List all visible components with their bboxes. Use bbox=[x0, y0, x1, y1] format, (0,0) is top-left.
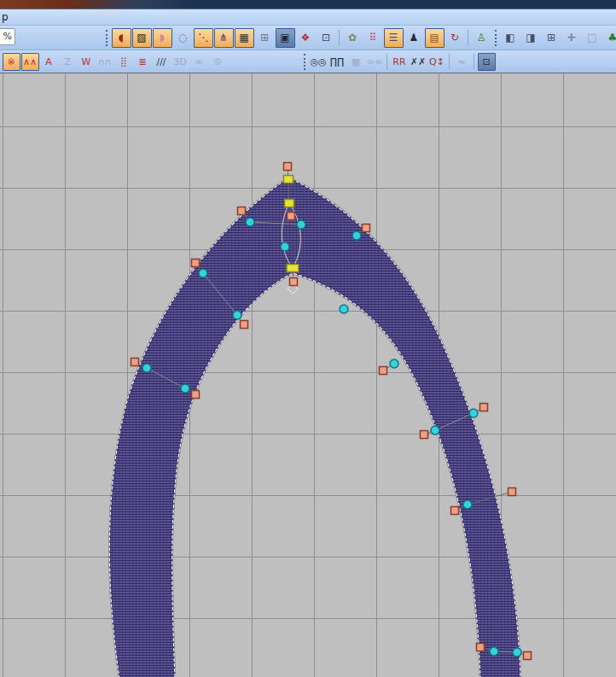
toolbar-separator bbox=[339, 30, 340, 45]
crown-icon[interactable]: ♔ bbox=[209, 53, 227, 71]
dashed-outline-icon[interactable]: ◌ bbox=[173, 28, 193, 48]
figure-green-icon[interactable]: ♙ bbox=[472, 28, 491, 48]
z-shape-icon[interactable]: Z bbox=[59, 53, 77, 71]
flowerpot-icon[interactable]: ✿ bbox=[343, 28, 363, 48]
edit-points-icon[interactable]: ⋱ bbox=[194, 28, 213, 48]
selected-node-square[interactable] bbox=[285, 200, 294, 207]
control-handle-square[interactable] bbox=[421, 431, 428, 439]
control-handle-square[interactable] bbox=[131, 359, 139, 366]
loops-icon[interactable]: ∩∩ bbox=[96, 53, 114, 71]
edge-node-circle[interactable] bbox=[199, 269, 207, 277]
toolbar-group-sequence: ◎◎∏∏▦∞∞RR✗✗Q↕≈⊡ bbox=[300, 53, 496, 71]
object-toolbar: ※∧∧AZW∩∩⣿≣///3D∞♔ ◎◎∏∏▦∞∞RR✗✗Q↕≈⊡ bbox=[0, 50, 616, 73]
toolbar-group-stitchtype: ※∧∧AZW∩∩⣿≣///3D∞♔ bbox=[2, 53, 227, 71]
fan-curves-icon[interactable]: ≈ bbox=[453, 53, 471, 71]
needle-icon[interactable]: ⋔ bbox=[214, 28, 234, 48]
edge-node-circle[interactable] bbox=[390, 359, 398, 368]
control-handle-square[interactable] bbox=[480, 404, 488, 411]
color-list-icon[interactable]: ☰ bbox=[384, 28, 404, 48]
design-canvas[interactable] bbox=[0, 73, 616, 677]
grid-icon[interactable]: ▦ bbox=[235, 28, 254, 48]
satin-column-object[interactable] bbox=[0, 73, 616, 677]
control-handle-square[interactable] bbox=[477, 644, 485, 651]
selected-node-square[interactable] bbox=[287, 265, 299, 272]
figures-icon[interactable]: ❖ bbox=[296, 28, 316, 48]
control-handle-square[interactable] bbox=[241, 321, 248, 329]
toolbar-grip bbox=[106, 30, 108, 46]
toolbar-group-hoop: ◧◨⊞✛□♣ bbox=[491, 28, 616, 48]
menu-bar[interactable]: p bbox=[0, 9, 616, 26]
control-handle-square[interactable] bbox=[284, 163, 292, 171]
edge-node-circle[interactable] bbox=[431, 426, 439, 435]
satin-band-texture bbox=[109, 178, 520, 677]
move-cross-icon[interactable]: ✛ bbox=[562, 28, 582, 48]
image-icon[interactable]: ▣ bbox=[276, 28, 295, 48]
lattice-icon[interactable]: ▦ bbox=[347, 53, 365, 71]
frame-center-icon[interactable]: ⊞ bbox=[542, 28, 561, 48]
control-handle-square[interactable] bbox=[192, 260, 200, 267]
tree-rgb-icon[interactable]: ♣ bbox=[603, 28, 616, 48]
hlines-icon[interactable]: ≣ bbox=[134, 53, 152, 71]
edge-node-circle[interactable] bbox=[181, 384, 189, 393]
edge-node-circle[interactable] bbox=[281, 242, 289, 251]
rings-icon[interactable]: ◎◎ bbox=[310, 53, 328, 71]
control-handle-square[interactable] bbox=[451, 507, 459, 515]
dotted-square-icon[interactable]: ⣿ bbox=[115, 53, 133, 71]
edge-node-circle[interactable] bbox=[463, 500, 472, 509]
3d-icon[interactable]: 3D bbox=[171, 53, 189, 71]
window-title-strip bbox=[0, 0, 616, 9]
square-wave-icon[interactable]: ∏∏ bbox=[328, 53, 346, 71]
outline-shape-icon[interactable]: ◗ bbox=[153, 28, 172, 48]
satin-fill-icon[interactable]: ◖ bbox=[112, 28, 131, 48]
zoom-percent-field[interactable]: % bbox=[0, 28, 15, 45]
toolbar-grip bbox=[304, 54, 305, 70]
hatch-lines-icon[interactable]: /// bbox=[153, 53, 171, 71]
w-zigzag-icon[interactable]: W bbox=[78, 53, 96, 71]
edge-node-circle[interactable] bbox=[490, 647, 498, 656]
dot-grid-icon[interactable]: ⠿ bbox=[363, 28, 383, 48]
control-handle-square[interactable] bbox=[290, 278, 298, 286]
q-updown-icon[interactable]: Q↕ bbox=[428, 53, 446, 71]
toolbar-separator bbox=[468, 30, 468, 45]
control-handle-square[interactable] bbox=[192, 391, 200, 399]
frame-n-icon[interactable]: ◧ bbox=[501, 28, 520, 48]
app-window: p % ◖▨◗◌⋱⋔▦⊞▣❖⊡✿⠿☰♟▤↻♙ ◧◨⊞✛□♣ ※∧∧AZW∩∩⣿≣… bbox=[0, 0, 616, 677]
blank-frame-icon[interactable]: □ bbox=[583, 28, 602, 48]
swirl-arrows-icon[interactable]: ↻ bbox=[445, 28, 465, 48]
crossed-loops-icon[interactable]: ✗✗ bbox=[410, 53, 427, 71]
letter-a-icon[interactable]: A bbox=[40, 53, 58, 71]
main-toolbar: % ◖▨◗◌⋱⋔▦⊞▣❖⊡✿⠿☰♟▤↻♙ ◧◨⊞✛□♣ bbox=[0, 26, 616, 50]
control-handle-square[interactable] bbox=[363, 225, 370, 232]
chain-icon[interactable]: ∞∞ bbox=[366, 53, 384, 71]
control-handle-square[interactable] bbox=[238, 207, 246, 215]
grid-alt-icon[interactable]: ⊞ bbox=[255, 28, 275, 48]
monitor-icon[interactable]: ⊡ bbox=[478, 53, 496, 71]
edge-node-circle[interactable] bbox=[297, 220, 305, 229]
rr-curves-icon[interactable]: RR bbox=[391, 53, 409, 71]
edge-node-circle[interactable] bbox=[246, 218, 254, 226]
toolbar-separator bbox=[449, 54, 450, 69]
menu-item-help-clipped[interactable]: p bbox=[2, 11, 9, 23]
frame-h-icon[interactable]: ◨ bbox=[521, 28, 541, 48]
edge-node-circle[interactable] bbox=[469, 409, 478, 417]
peaks-icon[interactable]: ∧∧ bbox=[21, 53, 39, 71]
stitch-people-icon[interactable]: ♟ bbox=[404, 28, 424, 48]
toolbar-grip bbox=[495, 30, 497, 46]
control-handle-square[interactable] bbox=[508, 488, 516, 496]
control-handle-square[interactable] bbox=[380, 367, 387, 375]
control-handle-square[interactable] bbox=[524, 652, 532, 660]
toolbar-separator bbox=[386, 54, 387, 69]
toolbar-separator bbox=[474, 54, 474, 69]
edge-node-circle[interactable] bbox=[142, 364, 151, 372]
edge-node-circle[interactable] bbox=[340, 305, 348, 313]
photo-frame-icon[interactable]: ⊡ bbox=[317, 28, 336, 48]
selected-node-square[interactable] bbox=[284, 176, 293, 184]
hatch-fill-icon[interactable]: ▨ bbox=[132, 28, 152, 48]
edge-node-circle[interactable] bbox=[233, 311, 241, 319]
control-handle-square[interactable] bbox=[288, 213, 295, 220]
glasses-icon[interactable]: ∞ bbox=[190, 53, 208, 71]
rays-icon[interactable]: ※ bbox=[3, 53, 20, 71]
edge-node-circle[interactable] bbox=[352, 231, 361, 240]
edge-node-circle[interactable] bbox=[513, 648, 521, 657]
notes-icon[interactable]: ▤ bbox=[425, 28, 445, 48]
